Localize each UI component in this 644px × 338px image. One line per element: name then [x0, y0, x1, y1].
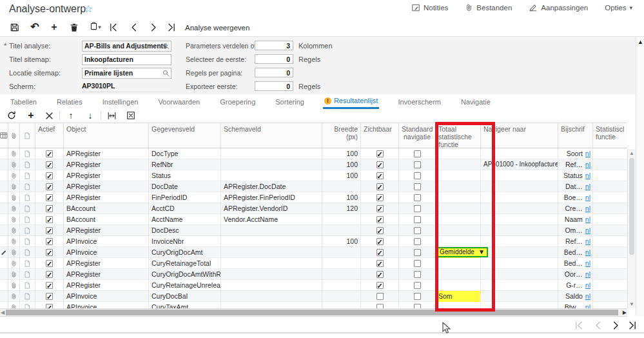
width-cell[interactable] — [322, 258, 361, 269]
stdnav-checkbox[interactable] — [399, 181, 436, 192]
navigate-cell[interactable] — [481, 258, 558, 269]
caption-cell[interactable]: Om…nl — [558, 225, 593, 236]
add-button[interactable]: + — [48, 21, 61, 33]
schema-cell[interactable] — [221, 269, 322, 280]
row-note-icon[interactable] — [20, 291, 35, 302]
language-link[interactable]: nl — [585, 269, 590, 280]
width-cell[interactable]: 100 — [322, 170, 361, 181]
total-func-cell[interactable] — [436, 302, 481, 308]
field-cell[interactable]: AcctName — [149, 214, 221, 225]
table-row[interactable]: APRegister DocType 100 Soortnl — [0, 148, 627, 159]
form-input[interactable]: Inkoopfacturen — [82, 54, 171, 65]
total-func-cell[interactable] — [436, 225, 481, 236]
actief-checkbox[interactable] — [35, 280, 64, 291]
visible-checkbox[interactable] — [361, 225, 399, 236]
paste-dropdown-button[interactable]: ▾ — [86, 21, 104, 33]
language-link[interactable]: nl — [585, 225, 590, 236]
form-input[interactable]: Primaire lijsten — [82, 68, 171, 79]
stdnav-checkbox[interactable] — [399, 302, 436, 308]
pager-prev-button[interactable] — [590, 319, 605, 331]
navigate-cell[interactable] — [481, 214, 558, 225]
field-cell[interactable]: DocType — [149, 148, 221, 159]
stat-func-cell[interactable] — [593, 203, 627, 214]
row-attachment-icon[interactable] — [8, 225, 20, 236]
add-row-button[interactable]: + — [24, 110, 37, 121]
tab-invoerscherm[interactable]: Invoerscherm — [396, 94, 442, 109]
grid-vertical-scrollbar[interactable]: ▲ ▼ — [627, 149, 636, 308]
field-cell[interactable]: CuryDocBal — [149, 291, 221, 302]
stat-func-cell[interactable] — [593, 192, 627, 203]
col-header-actief[interactable]: Actief — [35, 123, 64, 148]
object-cell[interactable]: APRegister — [64, 269, 149, 280]
stat-func-cell[interactable] — [593, 247, 627, 258]
schema-cell[interactable] — [221, 148, 322, 159]
paperclip-column-header[interactable] — [8, 123, 20, 148]
table-row[interactable]: APRegister CuryRetainageTotal Bed…nl — [0, 258, 627, 269]
field-cell[interactable]: CuryRetainageUnreleasedAmt — [149, 280, 221, 291]
schema-cell[interactable]: APRegister.FinPeriodID — [221, 192, 322, 203]
language-link[interactable]: nl — [585, 159, 590, 170]
schema-cell[interactable] — [221, 291, 322, 302]
table-row[interactable]: APRegister Status 100 Statusnl — [0, 170, 627, 181]
pager-last-button[interactable] — [625, 319, 639, 331]
object-cell[interactable]: APRegister — [64, 148, 149, 159]
scroll-up-icon[interactable]: ▲ — [629, 150, 634, 156]
tab-tabellen[interactable]: Tabellen — [9, 94, 38, 109]
table-row[interactable]: APRegister CuryOrigDocAmtWithRetainage… … — [0, 269, 627, 280]
visible-checkbox[interactable] — [361, 214, 399, 225]
object-cell[interactable]: APRegister — [64, 192, 149, 203]
row-attachment-icon[interactable] — [8, 181, 20, 192]
navigate-cell[interactable] — [481, 170, 558, 181]
field-cell[interactable]: DocDate — [149, 181, 221, 192]
row-attachment-icon[interactable] — [8, 203, 20, 214]
row-note-icon[interactable] — [20, 302, 35, 308]
view-report-button[interactable]: Analyse weergeven — [185, 24, 249, 32]
total-func-cell[interactable] — [436, 159, 481, 170]
navigate-cell[interactable] — [481, 269, 558, 280]
form-number-input[interactable]: 3 — [255, 41, 293, 50]
navigate-cell[interactable] — [481, 192, 558, 203]
goto-prev-button[interactable] — [127, 21, 140, 33]
files-button[interactable]: Bestanden — [465, 3, 512, 12]
caption-cell[interactable]: Bed…nl — [558, 247, 593, 258]
pager-first-button[interactable] — [571, 319, 585, 331]
total-func-dropdown[interactable]: Gemiddelde▼ — [436, 247, 488, 257]
language-link[interactable]: nl — [585, 170, 590, 181]
stdnav-checkbox[interactable] — [399, 214, 436, 225]
caption-cell[interactable]: Bed…nl — [558, 258, 593, 269]
stat-func-cell[interactable] — [593, 236, 627, 247]
width-cell[interactable] — [322, 280, 361, 291]
language-link[interactable]: nl — [585, 258, 590, 269]
stdnav-checkbox[interactable] — [399, 170, 436, 181]
schema-cell[interactable] — [221, 280, 322, 291]
object-cell[interactable]: APInvoice — [64, 247, 149, 258]
stat-func-cell[interactable] — [593, 214, 627, 225]
table-row[interactable]: APRegister CuryRetainageUnreleasedAmt G-… — [0, 280, 627, 291]
form-number-input[interactable]: 0 — [255, 68, 293, 77]
field-cell[interactable]: CuryTaxAmt — [149, 302, 221, 308]
row-note-icon[interactable] — [20, 225, 35, 236]
width-cell[interactable]: 100 — [322, 192, 361, 203]
visible-checkbox[interactable] — [361, 159, 399, 170]
width-cell[interactable]: 100 — [322, 236, 361, 247]
visible-checkbox[interactable] — [361, 269, 399, 280]
row-note-icon[interactable] — [20, 258, 35, 269]
favorite-star-icon[interactable]: ☆ — [84, 3, 93, 15]
schema-cell[interactable] — [221, 170, 322, 181]
row-attachment-icon[interactable] — [8, 192, 20, 203]
options-dropdown[interactable]: Opties ▾ — [605, 4, 632, 12]
total-func-cell[interactable] — [436, 170, 481, 181]
visible-checkbox[interactable] — [361, 280, 399, 291]
stat-func-cell[interactable] — [593, 291, 627, 302]
row-attachment-icon[interactable] — [8, 302, 20, 308]
goto-last-button[interactable] — [165, 21, 178, 33]
stdnav-checkbox[interactable] — [399, 225, 436, 236]
object-cell[interactable]: APRegister — [64, 159, 149, 170]
actief-checkbox[interactable] — [35, 302, 64, 308]
caption-cell[interactable]: Statusnl — [558, 170, 593, 181]
language-link[interactable]: nl — [585, 236, 590, 247]
goto-next-button[interactable] — [147, 21, 160, 33]
object-cell[interactable]: APRegister — [64, 258, 149, 269]
actief-checkbox[interactable] — [35, 225, 64, 236]
visible-checkbox[interactable] — [361, 170, 399, 181]
